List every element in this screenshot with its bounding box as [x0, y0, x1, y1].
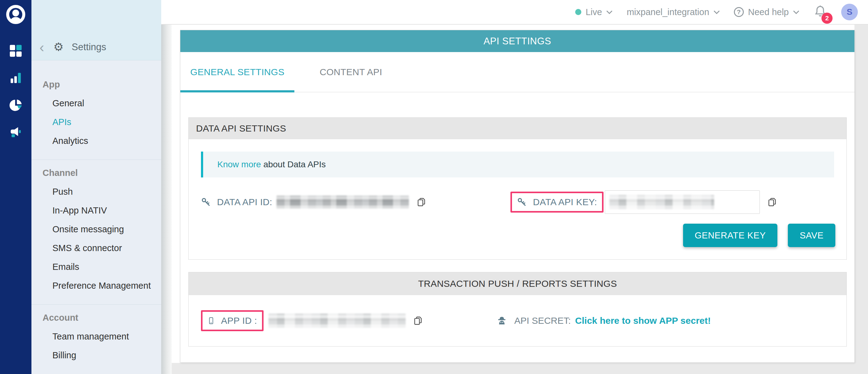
sidebar-item-preference-management[interactable]: Preference Management: [31, 276, 161, 295]
topbar: Live mixpanel_integration ? Need help: [161, 0, 868, 25]
rail-item-campaigns[interactable]: [9, 125, 23, 139]
know-more-link[interactable]: Know more: [217, 160, 261, 169]
api-secret-group: API SECRET: Click here to show APP secre…: [496, 315, 711, 326]
save-button[interactable]: SAVE: [788, 224, 835, 247]
key-icon: [517, 197, 527, 207]
brand-logo[interactable]: [5, 4, 26, 25]
sidebar-menu: App General APIs Analytics Channel Push …: [31, 60, 161, 374]
notification-badge: 2: [822, 13, 833, 24]
tab-bar: GENERAL SETTINGS CONTENT API: [180, 52, 855, 93]
help-menu[interactable]: ? Need help: [734, 7, 799, 17]
data-api-key-label: DATA API KEY:: [533, 197, 597, 207]
data-api-id-value-redacted: [277, 196, 409, 209]
tab-content-api[interactable]: CONTENT API: [320, 67, 382, 77]
transaction-credentials-row: APP ID :: [189, 295, 846, 346]
data-api-settings-section: DATA API SETTINGS Know more about Data A…: [188, 117, 847, 260]
key-icon: [201, 197, 211, 207]
sidebar-header: ‹ ⚙ Settings: [31, 0, 161, 60]
sidebar-item-team-management[interactable]: Team management: [31, 327, 161, 346]
show-app-secret-link[interactable]: Click here to show APP secret!: [575, 315, 711, 326]
copy-app-id-button[interactable]: [413, 316, 423, 326]
data-api-key-group: DATA API KEY:: [510, 191, 777, 214]
know-more-banner: Know more about Data APIs: [201, 151, 834, 177]
api-credentials-row: DATA API ID:: [189, 190, 846, 214]
spy-secret-icon: [496, 315, 507, 326]
transaction-push-header: TRANSACTION PUSH / REPORTS SETTINGS: [189, 272, 846, 295]
generate-key-button[interactable]: GENERATE KEY: [683, 224, 778, 247]
sidebar-item-sms-connector[interactable]: SMS & connector: [31, 239, 161, 258]
know-more-text: about Data APIs: [263, 160, 326, 169]
pie-chart-icon: [9, 98, 23, 112]
app-root: ‹ ⚙ Settings App General APIs Analytics …: [0, 0, 868, 374]
settings-sidebar: ‹ ⚙ Settings App General APIs Analytics …: [31, 0, 161, 374]
section-label: App: [31, 79, 161, 90]
sidebar-item-inapp-nativ[interactable]: In-App NATIV: [31, 201, 161, 220]
app-id-label: APP ID :: [221, 315, 257, 326]
sidebar-item-general[interactable]: General: [31, 94, 161, 113]
main-body: API SETTINGS GENERAL SETTINGS CONTENT AP…: [161, 25, 868, 374]
data-api-id-label: DATA API ID:: [217, 197, 272, 207]
copy-icon: [416, 197, 426, 207]
mobile-phone-icon: [208, 316, 215, 326]
tab-general-settings[interactable]: GENERAL SETTINGS: [180, 67, 294, 77]
help-label: Need help: [748, 7, 789, 17]
project-name: mixpanel_integration: [627, 7, 709, 17]
netcore-logo-icon: [5, 4, 26, 25]
api-settings-card: API SETTINGS GENERAL SETTINGS CONTENT AP…: [180, 30, 855, 363]
sidebar-item-onsite-messaging[interactable]: Onsite messaging: [31, 220, 161, 239]
api-secret-label: API SECRET:: [514, 315, 570, 326]
main-area: Live mixpanel_integration ? Need help: [161, 0, 868, 374]
nav-rail: [0, 0, 31, 374]
rail-menu: [9, 44, 23, 139]
sidebar-section-app: App General APIs Analytics: [31, 71, 161, 160]
notifications-button[interactable]: 2: [813, 5, 827, 20]
section-label: Channel: [31, 168, 161, 178]
bar-chart-icon: [9, 71, 23, 85]
question-circle-icon: ?: [734, 7, 744, 17]
rail-item-analytics[interactable]: [9, 71, 23, 85]
chevron-down-icon: [793, 10, 799, 14]
sidebar-scroll-strip[interactable]: [161, 25, 172, 374]
copy-data-api-key-button[interactable]: [767, 197, 777, 207]
section-label: Account: [31, 313, 161, 323]
app-id-highlight-box: APP ID :: [201, 310, 264, 331]
environment-selector[interactable]: Live: [575, 7, 613, 17]
page-title: API SETTINGS: [180, 30, 855, 52]
data-api-key-input[interactable]: [605, 191, 760, 214]
copy-icon: [413, 316, 423, 326]
user-avatar[interactable]: S: [841, 4, 858, 20]
rail-item-dashboard[interactable]: [9, 44, 23, 58]
chevron-down-icon: [606, 10, 613, 14]
rail-item-segments[interactable]: [9, 98, 23, 112]
sidebar-title: Settings: [72, 42, 106, 53]
gear-icon: ⚙: [53, 42, 63, 53]
live-status-dot: [575, 9, 581, 15]
back-chevron-icon[interactable]: ‹: [38, 42, 45, 52]
sidebar-section-channel: Channel Push In-App NATIV Onsite messagi…: [31, 160, 161, 304]
project-selector[interactable]: mixpanel_integration: [627, 7, 720, 17]
sidebar-item-apis[interactable]: APIs: [31, 113, 161, 132]
data-api-settings-header: DATA API SETTINGS: [189, 118, 846, 139]
data-api-key-value-redacted: [610, 195, 714, 209]
sidebar-section-account: Account Team management Billing: [31, 304, 161, 374]
environment-label: Live: [586, 7, 602, 17]
dashboard-grid-icon: [9, 44, 23, 58]
copy-icon: [767, 197, 777, 207]
sidebar-item-emails[interactable]: Emails: [31, 258, 161, 276]
copy-data-api-id-button[interactable]: [416, 197, 426, 207]
sidebar-item-push[interactable]: Push: [31, 182, 161, 201]
transaction-push-section: TRANSACTION PUSH / REPORTS SETTINGS APP …: [188, 272, 847, 347]
chevron-down-icon: [714, 10, 720, 14]
sidebar-item-analytics[interactable]: Analytics: [31, 132, 161, 150]
app-id-value-redacted: [269, 314, 406, 328]
data-api-actions: GENERATE KEY SAVE: [189, 224, 846, 247]
megaphone-icon: [9, 125, 23, 139]
data-api-key-highlight-box: DATA API KEY:: [510, 192, 603, 212]
sidebar-item-billing[interactable]: Billing: [31, 346, 161, 365]
